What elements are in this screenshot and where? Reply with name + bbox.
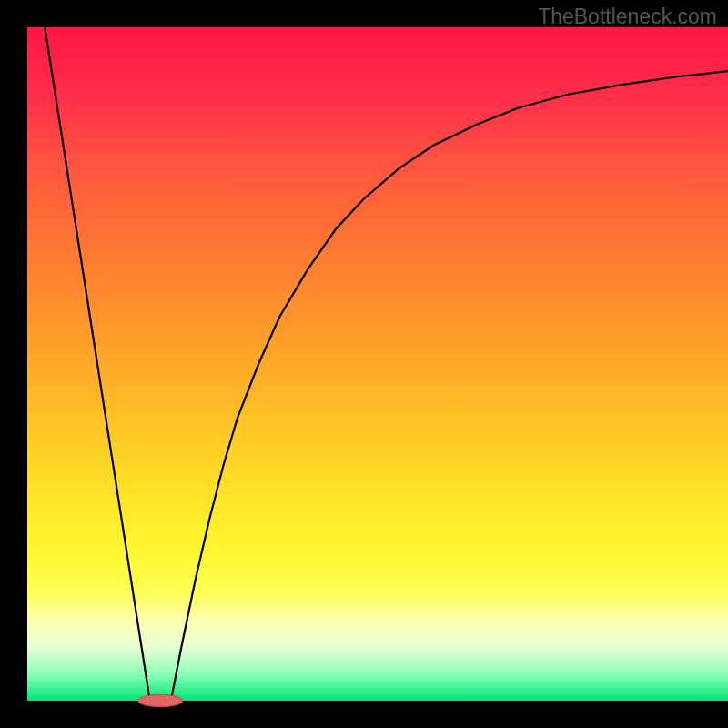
chart-svg	[0, 0, 728, 728]
chart-root: TheBottleneck.com	[0, 0, 728, 728]
watermark-text: TheBottleneck.com	[538, 5, 717, 29]
plot-area	[27, 27, 728, 701]
min-marker	[138, 694, 183, 706]
